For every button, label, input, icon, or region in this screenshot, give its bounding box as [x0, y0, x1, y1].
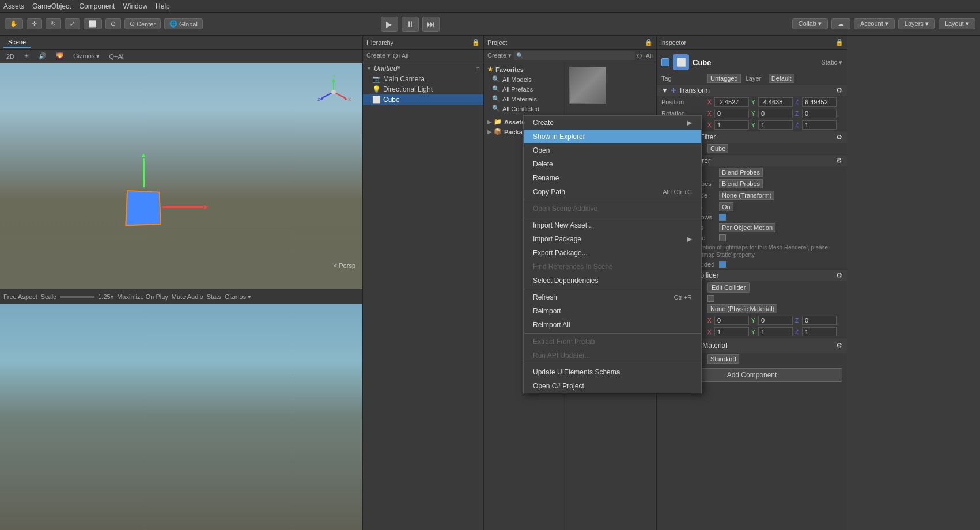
scene-audio-btn[interactable]: 🔊 — [36, 52, 50, 60]
project-favorites[interactable]: ★ Favorites — [484, 65, 564, 74]
tag-dropdown[interactable]: Untagged — [707, 74, 741, 83]
material-menu-icon[interactable]: ⚙ — [836, 342, 842, 350]
ctx-export-package[interactable]: Export Package... — [524, 246, 701, 260]
scene-2d-btn[interactable]: 2D — [3, 52, 17, 60]
occlude-checkbox[interactable] — [719, 261, 726, 268]
play-button[interactable]: ▶ — [381, 17, 398, 32]
ctx-select-dependencies[interactable]: Select Dependencies — [524, 274, 701, 287]
probes2-val[interactable]: Blend Probes — [719, 179, 763, 188]
scene-lighting-btn[interactable]: ☀ — [21, 52, 32, 60]
ctx-import-package[interactable]: Import Package ▶ — [524, 232, 701, 246]
tool-hand[interactable]: ✋ — [5, 18, 23, 29]
menu-gameobject[interactable]: GameObject — [32, 2, 71, 10]
meshfilter-menu-icon[interactable]: ⚙ — [836, 133, 842, 141]
mesh-val[interactable]: Cube — [707, 144, 728, 153]
ctx-delete[interactable]: Delete — [524, 157, 701, 171]
rot-z-val[interactable]: 0 — [802, 109, 837, 118]
hierarchy-item-cube[interactable]: ⬜ Cube — [363, 94, 483, 105]
ctx-create[interactable]: Create ▶ — [524, 116, 701, 130]
motion-val[interactable]: Per Object Motion — [719, 223, 775, 232]
ctx-rename[interactable]: Rename — [524, 171, 701, 185]
hierarchy-scene-item[interactable]: ▼ Untitled* ≡ — [363, 63, 483, 74]
free-aspect-label[interactable]: Free Aspect — [3, 293, 37, 300]
probes1-val[interactable]: Blend Probes — [719, 168, 763, 177]
obj-static-label[interactable]: Static ▾ — [821, 59, 842, 66]
hierarchy-item-maincamera[interactable]: 📷 Main Camera — [363, 74, 483, 84]
cloud-button[interactable]: ☁ — [831, 18, 850, 29]
rot-y-val[interactable]: 0 — [758, 109, 793, 118]
project-all-prefabs[interactable]: 🔍 All Prefabs — [484, 84, 564, 94]
pos-z-val[interactable]: 6.49452 — [802, 97, 837, 107]
ctx-reimport[interactable]: Reimport — [524, 304, 701, 318]
renderer-menu-icon[interactable]: ⚙ — [836, 157, 842, 165]
ctx-copy-path[interactable]: Copy Path Alt+Ctrl+C — [524, 185, 701, 199]
step-button[interactable]: ⏭ — [422, 17, 440, 32]
tool-move[interactable]: ✛ — [27, 18, 42, 29]
lightmap-checkbox[interactable] — [719, 234, 726, 241]
project-create-btn[interactable]: Create ▾ — [487, 52, 512, 59]
scene-search-btn[interactable]: Q+All — [106, 52, 127, 60]
cy-val[interactable]: 0 — [758, 316, 793, 325]
project-search-input[interactable]: 🔍 — [514, 51, 635, 60]
scene-menu-btn[interactable]: ≡ — [476, 65, 480, 72]
tool-rotate[interactable]: ↻ — [46, 18, 61, 29]
asset-thumbnail[interactable] — [569, 67, 606, 104]
layers-button[interactable]: Layers ▾ — [898, 18, 935, 29]
edit-collider-btn[interactable]: Edit Collider — [707, 282, 750, 293]
hierarchy-item-dirlight[interactable]: 💡 Directional Light — [363, 84, 483, 94]
game-view[interactable] — [0, 304, 362, 530]
scale-slider[interactable] — [60, 296, 94, 298]
trigger-checkbox[interactable] — [707, 295, 714, 302]
project-lock-btn[interactable]: 🔒 — [645, 39, 653, 46]
account-button[interactable]: Account ▾ — [854, 18, 895, 29]
receive-checkbox[interactable] — [719, 214, 726, 221]
menu-component[interactable]: Component — [79, 2, 115, 10]
center-toggle[interactable]: ⊙ Center — [124, 18, 161, 29]
stats-btn[interactable]: Stats — [207, 293, 221, 300]
ctx-show-in-explorer[interactable]: Show in Explorer — [524, 130, 701, 143]
tab-scene[interactable]: Scene — [3, 37, 31, 48]
ctx-open[interactable]: Open — [524, 143, 701, 157]
sy-val[interactable]: 1 — [758, 327, 793, 336]
ctx-reimport-all[interactable]: Reimport All — [524, 318, 701, 332]
pause-button[interactable]: ⏸ — [402, 17, 419, 32]
scene-view[interactable]: < Persp Y X Z — [0, 63, 362, 289]
tool-rect[interactable]: ⬜ — [84, 18, 102, 29]
ctx-open-csharp-project[interactable]: Open C# Project — [524, 379, 701, 393]
layout-button[interactable]: Layout ▾ — [939, 18, 975, 29]
sz-val[interactable]: 1 — [802, 327, 837, 336]
collider-menu-icon[interactable]: ⚙ — [836, 271, 842, 279]
menu-window[interactable]: Window — [123, 2, 147, 10]
scene-effects-btn[interactable]: 🌄 — [53, 52, 67, 60]
col-material-val[interactable]: None (Physic Material) — [707, 304, 777, 313]
pos-x-val[interactable]: -2.4527 — [714, 97, 749, 107]
maximize-btn[interactable]: Maximize On Play — [117, 293, 168, 300]
menu-assets[interactable]: Assets — [3, 2, 24, 10]
transform-header[interactable]: ▼ ✛ Transform ⚙ — [657, 85, 847, 96]
scene-gizmos-btn[interactable]: Gizmos ▾ — [70, 52, 103, 60]
inspector-lock-btn[interactable]: 🔒 — [835, 39, 843, 46]
collab-button[interactable]: Collab ▾ — [792, 18, 828, 29]
ctx-import-new-asset[interactable]: Import New Asset... — [524, 218, 701, 232]
project-all-models[interactable]: 🔍 All Models — [484, 74, 564, 84]
cx-val[interactable]: 0 — [714, 316, 749, 325]
mute-btn[interactable]: Mute Audio — [172, 293, 203, 300]
hierarchy-lock-btn[interactable]: 🔒 — [472, 39, 480, 46]
layer-dropdown[interactable]: Default — [769, 74, 794, 83]
project-all-btn[interactable]: Q+All — [637, 52, 653, 59]
gizmos-game-btn[interactable]: Gizmos ▾ — [225, 293, 251, 301]
shader-val[interactable]: Standard — [707, 354, 739, 364]
hierarchy-search-btn[interactable]: Q+All — [393, 52, 408, 59]
global-toggle[interactable]: 🌐 Global — [164, 18, 203, 29]
menu-help[interactable]: Help — [156, 2, 170, 10]
scale-x-val[interactable]: 1 — [714, 120, 749, 130]
scale-z-val[interactable]: 1 — [802, 120, 837, 130]
scale-y-val[interactable]: 1 — [758, 120, 793, 130]
tool-transform[interactable]: ⊕ — [105, 18, 121, 29]
hierarchy-create-btn[interactable]: Create ▾ — [366, 52, 391, 59]
sx-val[interactable]: 1 — [714, 327, 749, 336]
pos-y-val[interactable]: -4.4638 — [758, 97, 793, 107]
shadows-val[interactable]: On — [719, 202, 733, 211]
cz-val[interactable]: 0 — [802, 316, 837, 325]
override-val[interactable]: None (Transform) — [719, 191, 774, 200]
